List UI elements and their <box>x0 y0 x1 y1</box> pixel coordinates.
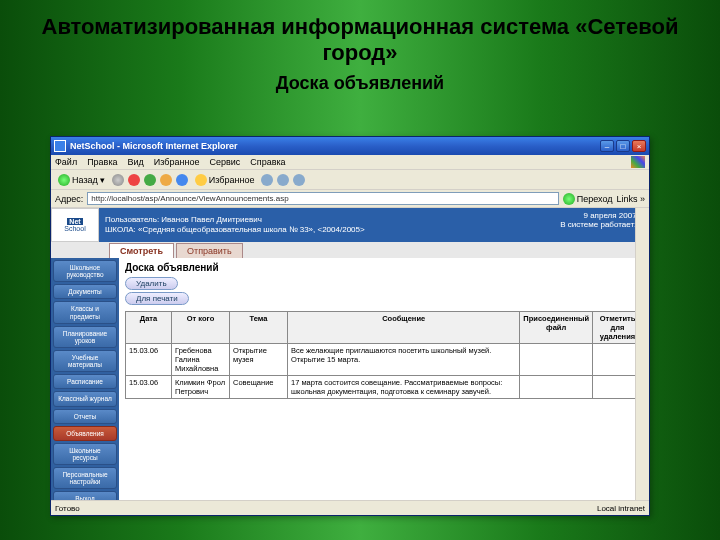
back-button[interactable]: Назад ▾ <box>55 173 108 187</box>
sidebar-item-2[interactable]: Классы и предметы <box>53 301 117 323</box>
ie-icon <box>54 140 66 152</box>
back-icon <box>58 174 70 186</box>
announcements-table: Дата От кого Тема Сообщение Присоединенн… <box>125 311 643 399</box>
user-line: Пользователь: Иванов Павел Дмитриевич <box>105 215 548 225</box>
sidebar-item-5[interactable]: Расписание <box>53 374 117 389</box>
address-input[interactable]: http://localhost/asp/Announce/ViewAnnoun… <box>87 192 558 205</box>
slide-subtitle: Доска объявлений <box>20 73 700 94</box>
titlebar: NetSchool - Microsoft Internet Explorer … <box>51 137 649 155</box>
table-row: 15.03.06Климкин Фрол ПетровичСовещание17… <box>126 376 643 399</box>
header-online: В системе работает: 3 <box>560 220 643 229</box>
school-line: ШКОЛА: «Средняя общеобразовательная школ… <box>105 225 548 235</box>
th-subject: Тема <box>230 312 288 344</box>
tab-send[interactable]: Отправить <box>176 243 243 258</box>
stop-button[interactable] <box>128 174 140 186</box>
sidebar-item-9[interactable]: Школьные ресурсы <box>53 443 117 465</box>
history-button[interactable] <box>261 174 273 186</box>
refresh-button[interactable] <box>144 174 156 186</box>
netschool-logo: Net School <box>51 208 99 242</box>
statusbar: Готово Local intranet <box>51 500 649 515</box>
panel-title: Доска объявлений <box>125 262 643 273</box>
go-button[interactable]: Переход <box>563 193 613 205</box>
sidebar-item-11[interactable]: Выход <box>53 491 117 500</box>
menu-view[interactable]: Вид <box>128 157 144 167</box>
header-date: 9 апреля 2007 г. <box>560 211 643 220</box>
tabs: Смотреть Отправить <box>51 242 649 258</box>
favorites-button[interactable]: Избранное <box>192 173 258 187</box>
slide-title: Автоматизированная информационная систем… <box>20 14 700 67</box>
menu-file[interactable]: Файл <box>55 157 77 167</box>
toolbar: Назад ▾ Избранное <box>51 170 649 190</box>
menu-help[interactable]: Справка <box>250 157 285 167</box>
delete-button[interactable]: Удалить <box>125 277 178 290</box>
scrollbar-vertical[interactable] <box>635 208 649 500</box>
print-button-page[interactable]: Для печати <box>125 292 189 305</box>
links-label[interactable]: Links » <box>616 194 645 204</box>
th-date: Дата <box>126 312 172 344</box>
sidebar: Школьное руководствоДокументыКлассы и пр… <box>51 258 119 500</box>
address-label: Адрес: <box>55 194 83 204</box>
th-attach: Присоединенный файл <box>520 312 593 344</box>
search-button[interactable] <box>176 174 188 186</box>
forward-button[interactable] <box>112 174 124 186</box>
sidebar-item-6[interactable]: Классный журнал <box>53 391 117 406</box>
sidebar-item-8[interactable]: Объявления <box>53 426 117 441</box>
go-icon <box>563 193 575 205</box>
menubar: Файл Правка Вид Избранное Сервис Справка <box>51 155 649 170</box>
table-row: 15.03.06Гребенова Галина МихайловнаОткры… <box>126 344 643 376</box>
app-header: Net School Пользователь: Иванов Павел Дм… <box>51 208 649 242</box>
maximize-button[interactable]: □ <box>616 140 630 152</box>
star-icon <box>195 174 207 186</box>
sidebar-item-0[interactable]: Школьное руководство <box>53 260 117 282</box>
sidebar-item-1[interactable]: Документы <box>53 284 117 299</box>
sidebar-item-10[interactable]: Персональные настройки <box>53 467 117 489</box>
sidebar-item-4[interactable]: Учебные материалы <box>53 350 117 372</box>
window-title: NetSchool - Microsoft Internet Explorer <box>70 141 600 151</box>
status-done: Готово <box>55 504 80 513</box>
sidebar-item-3[interactable]: Планирование уроков <box>53 326 117 348</box>
tab-read[interactable]: Смотреть <box>109 243 174 258</box>
minimize-button[interactable]: – <box>600 140 614 152</box>
menu-favorites[interactable]: Избранное <box>154 157 200 167</box>
menu-edit[interactable]: Правка <box>87 157 117 167</box>
main-panel: Доска объявлений Удалить Для печати Дата… <box>119 258 649 500</box>
th-from: От кого <box>172 312 230 344</box>
home-button[interactable] <box>160 174 172 186</box>
mail-button[interactable] <box>277 174 289 186</box>
browser-window: NetSchool - Microsoft Internet Explorer … <box>50 136 650 516</box>
th-message: Сообщение <box>288 312 520 344</box>
close-button[interactable]: × <box>632 140 646 152</box>
windows-flag-icon <box>631 156 645 168</box>
address-bar: Адрес: http://localhost/asp/Announce/Vie… <box>51 190 649 208</box>
print-button[interactable] <box>293 174 305 186</box>
status-zone: Local intranet <box>597 504 645 513</box>
menu-tools[interactable]: Сервис <box>209 157 240 167</box>
page-content: Net School Пользователь: Иванов Павел Дм… <box>51 208 649 500</box>
sidebar-item-7[interactable]: Отчеты <box>53 409 117 424</box>
